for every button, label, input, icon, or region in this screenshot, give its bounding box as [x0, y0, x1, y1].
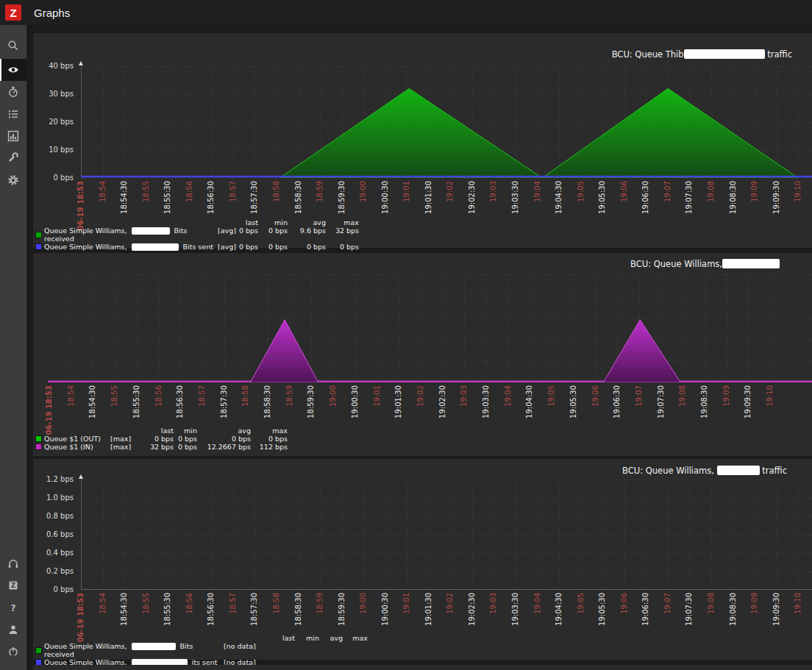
legend-value: 32 bps — [326, 227, 359, 243]
x-tick-label: 19:08:30 — [700, 385, 708, 418]
x-tick-label: 19:01:30 — [424, 181, 432, 214]
x-tick-label: 19:02:30 — [438, 385, 446, 418]
x-tick-label: 19:00:30 — [381, 593, 389, 626]
y-tick-label: 1.2 bps — [46, 475, 74, 483]
x-tick-label: 19:05 — [547, 385, 555, 407]
x-tick-label: 18:55 — [142, 593, 150, 614]
legend-header-spacer — [35, 218, 44, 227]
x-tick-label: 18:54:30 — [88, 385, 96, 418]
sidebar-item-latest-data[interactable] — [0, 81, 26, 103]
question-icon: ? — [7, 602, 19, 613]
y-tick-label: 30 bps — [49, 90, 74, 98]
legend-value — [270, 642, 295, 658]
sidebar-item-administration[interactable] — [0, 169, 26, 191]
sidebar-item-support[interactable] — [0, 552, 26, 574]
y-tick-label: 20 bps — [49, 118, 74, 126]
x-tick-label: 18:58 — [272, 593, 280, 614]
bar-chart-icon — [7, 130, 19, 142]
plot-area[interactable] — [48, 274, 812, 382]
search-icon — [7, 40, 19, 51]
x-tick-label: 19:09 — [750, 181, 758, 202]
sidebar-item-reports[interactable] — [0, 125, 26, 147]
x-tick-label: 19:08 — [707, 593, 715, 614]
y-axis-labels — [33, 253, 45, 456]
x-tick-label: 18:58:30 — [263, 385, 271, 418]
legend-header-spacer — [44, 427, 110, 435]
x-tick-label: 19:02:30 — [468, 181, 476, 214]
legend-value: 0 bps — [174, 443, 197, 451]
y-tick-label: 0.6 bps — [46, 530, 74, 538]
x-tick-label: 19:06:30 — [641, 593, 649, 626]
graph-widget-2: BCU: Queue Williams, 06-19 18:5318:5418:… — [33, 253, 812, 456]
x-tick-label: 19:10 — [766, 385, 774, 407]
sidebar-item-help[interactable]: ? — [0, 596, 26, 619]
gear-icon — [7, 174, 19, 186]
x-tick-label: 19:01 — [402, 181, 410, 202]
sidebar-item-configuration[interactable] — [0, 146, 26, 168]
legend-swatch — [35, 227, 44, 243]
y-axis-arrow — [79, 474, 83, 479]
legend-value: 0 bps — [237, 243, 258, 251]
legend-header: max — [343, 634, 368, 642]
x-tick-label: 19:06 — [620, 593, 628, 614]
sidebar-item-monitoring[interactable] — [0, 59, 26, 81]
x-tick-label: 19:01:30 — [424, 593, 432, 626]
legend-header-spacer — [110, 427, 149, 435]
legend-value: 0 bps — [258, 227, 288, 243]
legend-function: [avg] — [218, 227, 237, 243]
legend-value: 0 bps — [258, 243, 288, 251]
legend-function: [avg] — [218, 243, 237, 251]
x-tick-label: 18:54 — [99, 593, 107, 614]
x-tick-label: 19:08:30 — [729, 593, 737, 626]
x-tick-label: 19:06:30 — [613, 385, 621, 418]
data-series — [81, 480, 812, 590]
graph-widget-1: BCU: Queue Thib traffic 40 bps30 bps20 b… — [33, 33, 812, 248]
x-tick-label: 19:05 — [577, 593, 585, 614]
sidebar-item-share[interactable]: Z — [0, 574, 26, 596]
legend-value: 0 bps — [149, 435, 174, 443]
sidebar-item-user-profile[interactable] — [0, 619, 26, 641]
plot-area[interactable] — [81, 66, 812, 178]
x-tick-label: 18:59 — [316, 593, 324, 614]
redaction-box — [132, 243, 179, 251]
y-axis-arrow — [79, 61, 83, 65]
redaction-box — [132, 227, 170, 235]
legend-series-name: Queue Simple Williams, Bits received — [44, 642, 224, 658]
sidebar-item-sign-out[interactable] — [0, 641, 26, 663]
plot-area[interactable] — [81, 480, 812, 590]
legend-header: last — [149, 427, 174, 435]
z-square-icon: Z — [7, 580, 19, 591]
legend-header: avg — [319, 634, 343, 642]
legend-value: 0 bps — [237, 227, 258, 243]
series-color-swatch — [35, 443, 42, 450]
legend-header-spacer — [224, 634, 270, 642]
legend-header-spacer — [35, 634, 44, 642]
sidebar-item-search[interactable] — [0, 35, 26, 57]
x-tick-label: 19:06 — [591, 385, 599, 407]
legend-series-name: Queue $1 (IN) — [44, 443, 110, 451]
redaction-box — [722, 259, 780, 268]
x-tick-label: 18:58:30 — [294, 181, 302, 214]
sidebar-item-inventory[interactable] — [0, 103, 26, 125]
x-tick-label: 18:59:30 — [338, 593, 346, 626]
zabbix-logo[interactable]: Z — [5, 4, 21, 21]
legend-swatch — [35, 243, 44, 251]
redaction-box — [717, 466, 760, 475]
legend-function: [max] — [110, 435, 149, 443]
x-tick-label: 19:05 — [577, 181, 585, 202]
x-tick-label: 18:58 — [272, 181, 280, 202]
legend-header: avg — [288, 218, 326, 227]
list-icon — [7, 108, 19, 120]
x-tick-label: 19:04 — [533, 593, 541, 614]
x-tick-label: 19:00:30 — [351, 385, 359, 418]
graph-title: BCU: Queue Williams, traffic — [622, 466, 787, 476]
x-tick-label: 19:02 — [416, 385, 424, 407]
legend-value: 12.2667 bps — [197, 443, 251, 451]
x-tick-label: 18:57 — [198, 385, 206, 407]
x-tick-label: 18:56:30 — [207, 593, 215, 626]
legend-header: avg — [197, 427, 251, 435]
x-tick-label: 19:10 — [794, 181, 802, 202]
legend-value: 32 bps — [149, 443, 174, 451]
x-tick-label: 19:09 — [750, 593, 758, 614]
y-tick-label: 1.0 bps — [46, 493, 74, 502]
